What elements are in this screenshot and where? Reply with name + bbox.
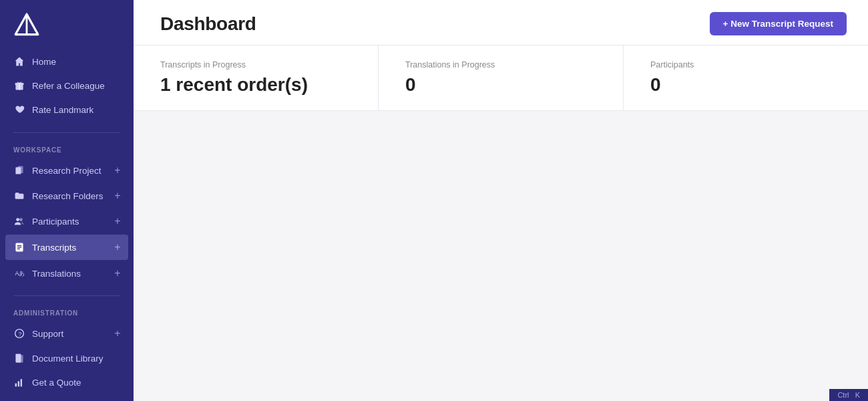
- svg-rect-18: [18, 355, 23, 362]
- app-logo: [13, 12, 40, 39]
- logo-area: [0, 0, 134, 49]
- get-a-quote-icon: [13, 376, 25, 388]
- workspace-divider: [13, 132, 120, 133]
- research-project-add-icon[interactable]: +: [111, 164, 124, 177]
- main-header: Dashboard + New Transcript Request: [134, 0, 868, 45]
- stat-label-participants: Participants: [650, 60, 841, 70]
- sidebar: Home Refer a Colleague Rate Landmark WOR…: [0, 0, 134, 401]
- home-icon: [13, 55, 25, 68]
- new-transcript-request-button[interactable]: + New Transcript Request: [710, 12, 847, 35]
- svg-rect-19: [15, 384, 17, 387]
- sidebar-item-get-a-quote[interactable]: Get a Quote: [0, 370, 134, 394]
- page-title: Dashboard: [160, 13, 256, 35]
- sidebar-item-support-label: Support: [32, 329, 63, 339]
- sidebar-item-document-library-label: Document Library: [32, 354, 103, 364]
- sidebar-item-home-label: Home: [32, 57, 56, 67]
- workspace-section-label: WORKSPACE: [0, 136, 134, 158]
- svg-rect-20: [18, 381, 19, 386]
- research-project-icon: [13, 164, 25, 176]
- translations-add-icon[interactable]: +: [111, 267, 124, 280]
- main-content: Dashboard + New Transcript Request Trans…: [134, 0, 868, 401]
- sidebar-item-participants-label: Participants: [32, 217, 79, 227]
- svg-text:?: ?: [18, 331, 21, 338]
- transcripts-icon: [13, 241, 25, 253]
- gift-icon: [13, 80, 25, 92]
- svg-rect-21: [21, 379, 22, 386]
- sidebar-item-translations-label: Translations: [32, 269, 81, 279]
- sidebar-item-get-a-quote-label: Get a Quote: [32, 378, 81, 388]
- svg-point-8: [16, 218, 19, 221]
- participants-add-icon[interactable]: +: [111, 215, 124, 228]
- sidebar-item-support[interactable]: ? Support +: [0, 321, 134, 346]
- sidebar-item-refer[interactable]: Refer a Colleague: [0, 74, 134, 98]
- research-folders-add-icon[interactable]: +: [111, 189, 124, 203]
- translations-icon: Aあ: [13, 267, 25, 279]
- heart-icon: [13, 104, 25, 116]
- transcripts-add-icon[interactable]: +: [111, 241, 124, 254]
- svg-point-9: [19, 218, 23, 221]
- support-icon: ?: [13, 327, 25, 340]
- stat-value-translations: 0: [405, 75, 596, 96]
- kbd-ctrl: Ctrl: [837, 391, 849, 399]
- sidebar-item-transcripts-label: Transcripts: [32, 243, 76, 253]
- sidebar-item-research-project[interactable]: Research Project +: [0, 158, 134, 183]
- svg-rect-7: [18, 166, 23, 173]
- kbd-k: K: [855, 391, 860, 399]
- stat-label-transcripts: Transcripts in Progress: [160, 60, 351, 70]
- sidebar-item-rate-label: Rate Landmark: [32, 105, 93, 115]
- stat-card-participants: Participants 0: [624, 45, 868, 110]
- admin-section-label: ADMINISTRATION: [0, 299, 134, 321]
- sidebar-item-home[interactable]: Home: [0, 49, 134, 74]
- stat-label-translations: Translations in Progress: [405, 60, 596, 70]
- stat-value-transcripts: 1 recent order(s): [160, 75, 351, 96]
- stats-row: Transcripts in Progress 1 recent order(s…: [134, 45, 868, 111]
- sidebar-item-participants[interactable]: Participants +: [0, 209, 134, 234]
- sidebar-item-research-folders-label: Research Folders: [32, 191, 103, 201]
- admin-divider: [13, 295, 120, 296]
- sidebar-item-document-library[interactable]: Document Library: [0, 346, 134, 370]
- sidebar-item-translations[interactable]: Aあ Translations +: [0, 261, 134, 286]
- participants-icon: [13, 215, 25, 227]
- sidebar-item-rate[interactable]: Rate Landmark: [0, 98, 134, 122]
- document-library-icon: [13, 352, 25, 364]
- stat-card-translations: Translations in Progress 0: [379, 45, 624, 110]
- stat-card-transcripts: Transcripts in Progress 1 recent order(s…: [134, 45, 379, 110]
- sidebar-item-transcripts[interactable]: Transcripts +: [5, 235, 128, 260]
- support-add-icon[interactable]: +: [111, 327, 124, 340]
- sidebar-item-research-project-label: Research Project: [32, 166, 101, 176]
- sidebar-item-research-folders[interactable]: Research Folders +: [0, 183, 134, 209]
- main-body: [134, 111, 868, 401]
- research-folders-icon: [13, 190, 25, 202]
- nav-top: Home Refer a Colleague Rate Landmark: [0, 49, 134, 130]
- svg-text:Aあ: Aあ: [15, 270, 25, 277]
- stat-value-participants: 0: [650, 75, 841, 96]
- sidebar-item-refer-label: Refer a Colleague: [32, 81, 105, 91]
- bottom-bar: Ctrl K: [829, 389, 868, 401]
- keyboard-shortcut-hint: Ctrl K: [837, 391, 860, 399]
